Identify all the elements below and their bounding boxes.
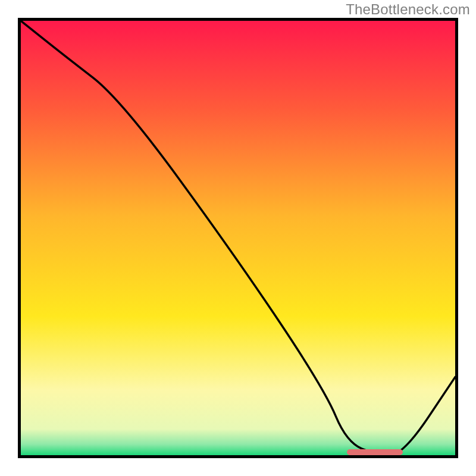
- chart-plot-area: [18, 18, 458, 458]
- optimal-range-marker: [347, 449, 403, 455]
- bottleneck-curve-line: [21, 21, 455, 455]
- chart-inner: [21, 21, 455, 455]
- attribution-label: TheBottleneck.com: [346, 1, 470, 18]
